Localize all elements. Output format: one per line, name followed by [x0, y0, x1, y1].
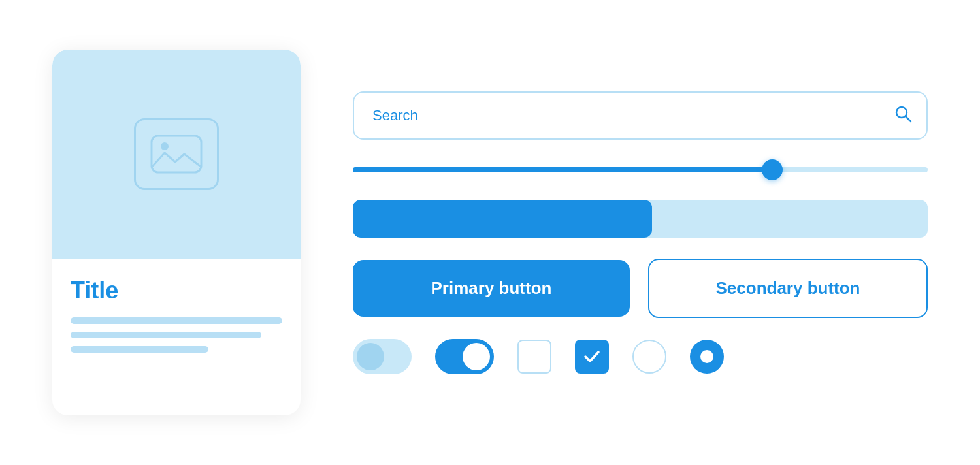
- main-container: Title: [0, 24, 980, 441]
- progress-fill: [353, 200, 652, 238]
- svg-line-3: [906, 116, 911, 121]
- card-title: Title: [71, 277, 282, 304]
- card-line-1: [71, 317, 282, 324]
- image-placeholder-icon: [150, 135, 203, 174]
- radio-unchecked[interactable]: [632, 340, 666, 374]
- svg-rect-0: [152, 136, 201, 172]
- search-wrapper: [353, 91, 928, 140]
- svg-point-1: [161, 142, 169, 150]
- right-panel: Primary button Secondary button: [353, 91, 928, 374]
- image-placeholder: [134, 118, 219, 190]
- checkmark-icon: [581, 346, 602, 367]
- card-image-area: [52, 50, 301, 259]
- checkbox-checked[interactable]: [575, 340, 609, 374]
- slider-thumb[interactable]: [762, 159, 783, 180]
- slider-container[interactable]: [353, 161, 928, 179]
- card-line-2: [71, 332, 261, 338]
- slider-track: [353, 167, 928, 172]
- card: Title: [52, 50, 301, 415]
- primary-button[interactable]: Primary button: [353, 260, 630, 317]
- controls-row: [353, 339, 928, 374]
- card-line-3: [71, 346, 208, 353]
- toggle-on-knob: [463, 343, 490, 370]
- slider-fill: [353, 167, 772, 172]
- toggle-off-knob: [357, 343, 384, 370]
- toggle-off[interactable]: [353, 339, 412, 374]
- search-input[interactable]: [353, 91, 928, 140]
- buttons-row: Primary button Secondary button: [353, 259, 928, 318]
- svg-point-2: [896, 107, 907, 118]
- radio-checked[interactable]: [690, 340, 724, 374]
- secondary-button[interactable]: Secondary button: [648, 259, 928, 318]
- card-content: Title: [52, 259, 301, 374]
- toggle-on[interactable]: [435, 339, 494, 374]
- progress-container: [353, 200, 928, 238]
- radio-checked-inner: [700, 350, 713, 363]
- checkbox-unchecked[interactable]: [517, 340, 551, 374]
- search-icon: [894, 104, 912, 127]
